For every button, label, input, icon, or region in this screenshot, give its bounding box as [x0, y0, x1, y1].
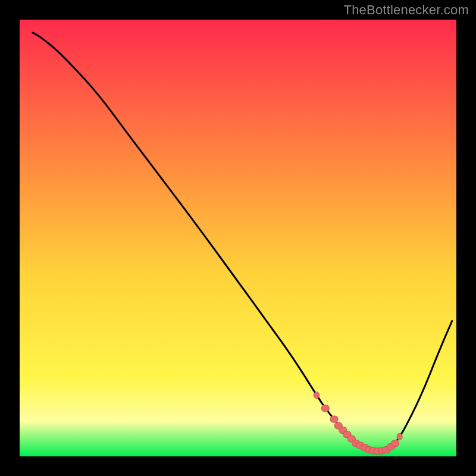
- marker-dot: [321, 405, 329, 412]
- marker-dot: [330, 416, 338, 422]
- marker-dot: [397, 434, 402, 440]
- marker-dot: [314, 392, 320, 399]
- attribution-text: TheBottlenecker.com: [344, 2, 469, 18]
- chart-frame: { "attribution": "TheBottlenecker.com", …: [0, 0, 476, 476]
- marker-dot: [392, 440, 399, 447]
- plot-area: [20, 20, 456, 456]
- plot-svg: [0, 0, 476, 476]
